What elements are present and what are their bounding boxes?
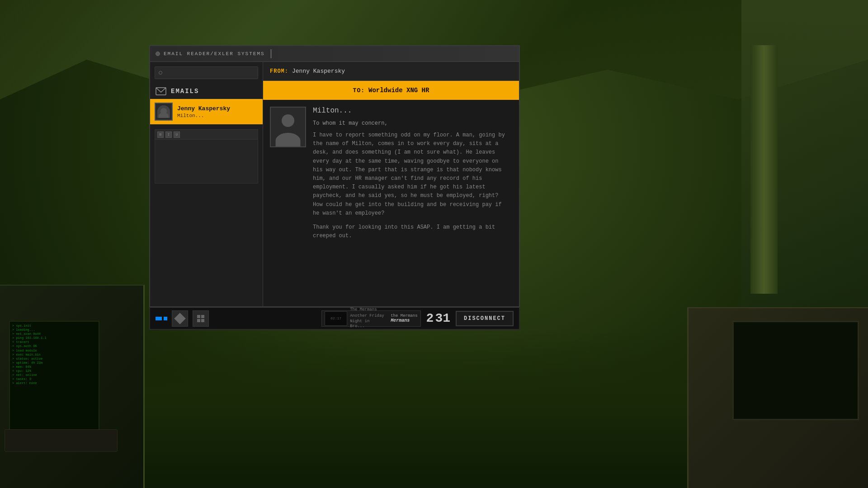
media-title-line2: Another Friday Night in Bro... <box>350 314 386 329</box>
icon-button-grid[interactable] <box>193 310 209 327</box>
title-bar-dot <box>156 52 160 56</box>
search-icon <box>159 71 162 75</box>
bottom-right: 02:17 The Mermans Another Friday Night i… <box>321 310 514 327</box>
sidebar: EMAILS Jenny Kaspersky Milton... B I <box>150 62 263 306</box>
email-content-area: FROM: Jenny Kaspersky TO: Worldwide XNG … <box>263 62 519 306</box>
desk-right <box>687 307 868 488</box>
grid-cell <box>197 319 200 322</box>
toolbar-button-2[interactable]: I <box>165 131 172 138</box>
terminal-text: > sys.init > loading... > net_scan 0x44 … <box>10 322 99 388</box>
emails-header: EMAILS <box>150 84 263 99</box>
desk-left: > sys.init > loading... > net_scan 0x44 … <box>0 285 145 488</box>
mermans-logo: Mermans <box>391 318 410 323</box>
media-info: 02:17 The Mermans Another Friday Night i… <box>321 310 420 327</box>
from-label: FROM: <box>270 68 288 75</box>
email-body-paragraph1: I have to report something odd on my flo… <box>313 131 510 218</box>
panel-title: EMAIL READER/EXLER SYSTEMS <box>164 51 265 56</box>
compose-toolbar: B I U <box>155 130 258 140</box>
column-right <box>750 45 778 294</box>
toolbar-button-3[interactable]: U <box>174 131 180 138</box>
to-value: Worldwide XNG HR <box>368 87 429 94</box>
email-reader-panel: EMAIL READER/EXLER SYSTEMS EMAILS <box>149 45 520 307</box>
bottom-bar: 02:17 The Mermans Another Friday Night i… <box>149 307 520 330</box>
status-dot-small <box>164 317 167 320</box>
bottom-icons <box>156 310 209 327</box>
monitor-right <box>732 321 859 420</box>
the-mermans-label: the Mermans <box>391 314 417 318</box>
email-body-area: Milton... To whom it may concern, I have… <box>263 100 519 306</box>
media-logo: the Mermans Mermans <box>391 314 417 323</box>
email-to-bar: TO: Worldwide XNG HR <box>263 81 519 100</box>
status-dot-blue <box>156 317 162 320</box>
sidebar-search[interactable] <box>155 66 258 79</box>
terminal-screen: > sys.init > loading... > net_scan 0x44 … <box>9 321 99 434</box>
grid-icon <box>197 315 204 322</box>
compose-area[interactable]: B I U <box>155 129 258 183</box>
email-from-bar: FROM: Jenny Kaspersky <box>263 62 519 81</box>
email-sender: Jenny Kaspersky <box>177 105 258 112</box>
to-label: TO: <box>353 87 365 94</box>
avatar-silhouette <box>157 105 170 118</box>
time-display: 2 31 <box>426 311 450 325</box>
email-subject: Milton... <box>313 107 510 115</box>
grid-cell <box>201 319 204 322</box>
media-time-display: 02:17 <box>330 316 341 320</box>
panel-body: EMAILS Jenny Kaspersky Milton... B I <box>150 62 519 306</box>
toolbar-button[interactable]: B <box>157 131 164 138</box>
disconnect-button[interactable]: DISCONNECT <box>456 311 514 326</box>
email-info: Jenny Kaspersky Milton... <box>177 105 258 118</box>
email-text-area: Milton... To whom it may concern, I have… <box>313 107 512 300</box>
title-bar: EMAIL READER/EXLER SYSTEMS <box>150 46 519 62</box>
emails-label: EMAILS <box>171 88 199 95</box>
email-salutation: To whom it may concern, <box>313 120 510 127</box>
icon-button-diamond[interactable] <box>172 310 188 327</box>
media-thumbnail: 02:17 <box>325 311 347 326</box>
title-bar-divider <box>270 49 272 58</box>
time-minutes: 31 <box>435 311 450 325</box>
sidebar-bottom: B I U <box>150 124 263 306</box>
status-dots <box>156 317 167 320</box>
grid-cell <box>201 315 204 318</box>
diamond-icon <box>174 313 185 324</box>
from-value: Jenny Kaspersky <box>292 68 345 75</box>
email-list-item[interactable]: Jenny Kaspersky Milton... <box>150 99 263 124</box>
sender-avatar-large <box>270 107 306 147</box>
keyboard-left <box>5 429 118 452</box>
avatar <box>155 103 173 121</box>
media-title-line1: The Mermans <box>350 307 386 313</box>
email-body-paragraph2: Thank you for looking into this ASAP. I … <box>313 223 510 240</box>
time-hour: 2 <box>426 311 434 325</box>
email-icon <box>156 87 166 95</box>
grid-cell <box>197 315 200 318</box>
email-preview: Milton... <box>177 113 258 118</box>
